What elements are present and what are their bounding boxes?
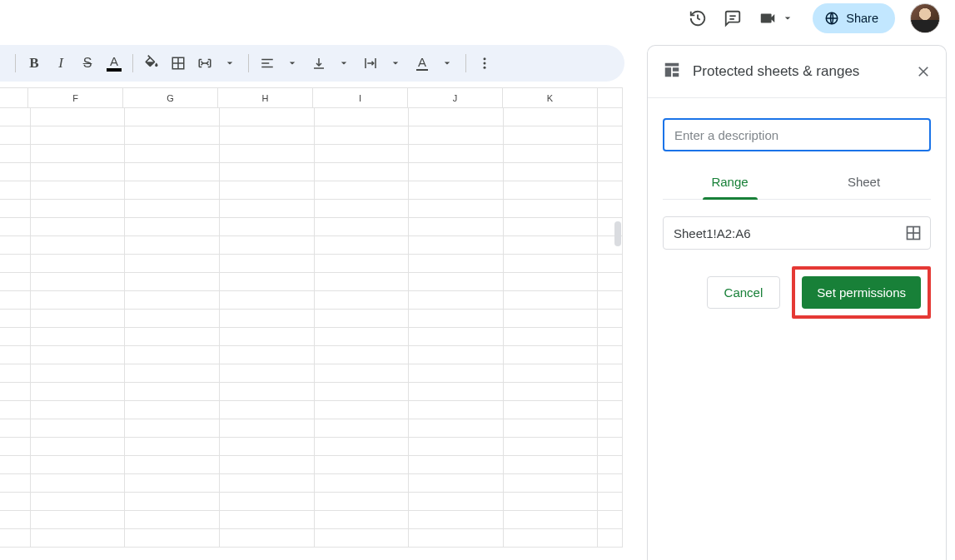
rotation-dropdown-icon[interactable] (435, 52, 459, 75)
cell[interactable] (598, 181, 623, 200)
cell[interactable] (31, 401, 126, 419)
cell[interactable] (315, 328, 410, 346)
cell[interactable] (315, 236, 410, 255)
row-header[interactable] (0, 236, 31, 255)
cell[interactable] (125, 126, 220, 145)
cell[interactable] (315, 401, 410, 419)
row-header[interactable] (0, 108, 31, 126)
spreadsheet-grid[interactable]: FGHIJK (0, 87, 623, 560)
row-header[interactable] (0, 529, 31, 548)
row-header[interactable] (0, 456, 31, 474)
cell[interactable] (31, 511, 126, 529)
column-header[interactable]: I (313, 88, 408, 107)
cell[interactable] (220, 218, 315, 236)
cell[interactable] (220, 273, 315, 291)
row-header[interactable] (0, 474, 31, 493)
cell[interactable] (315, 291, 410, 310)
cell[interactable] (31, 145, 126, 163)
cell[interactable] (598, 328, 623, 346)
horizontal-align-button[interactable] (256, 52, 279, 75)
cell[interactable] (125, 108, 220, 126)
cell[interactable] (220, 328, 315, 346)
cell[interactable] (315, 200, 410, 218)
meet-icon[interactable] (758, 8, 778, 28)
cell[interactable] (31, 364, 126, 383)
cell[interactable] (409, 346, 504, 364)
comment-icon[interactable] (723, 8, 743, 28)
cell[interactable] (504, 291, 599, 310)
cell[interactable] (598, 438, 623, 456)
cell[interactable] (125, 511, 220, 529)
cell[interactable] (598, 456, 623, 474)
cell[interactable] (504, 346, 599, 364)
cell[interactable] (125, 255, 220, 273)
cell[interactable] (31, 255, 126, 273)
row-header[interactable] (0, 401, 31, 419)
cell[interactable] (315, 255, 410, 273)
cell[interactable] (31, 108, 126, 126)
column-header[interactable]: H (218, 88, 313, 107)
cell[interactable] (598, 364, 623, 383)
cell[interactable] (315, 108, 410, 126)
row-header[interactable] (0, 383, 31, 401)
text-rotation-button[interactable]: A (410, 52, 434, 75)
cell[interactable] (125, 383, 220, 401)
row-header[interactable] (0, 126, 31, 145)
cell[interactable] (504, 236, 599, 255)
cell[interactable] (31, 273, 126, 291)
cancel-button[interactable]: Cancel (707, 276, 781, 309)
cell[interactable] (315, 346, 410, 364)
cell[interactable] (409, 163, 504, 181)
cell[interactable] (31, 291, 126, 310)
cell[interactable] (220, 346, 315, 364)
cell[interactable] (504, 364, 599, 383)
vertical-scrollbar-thumb[interactable] (614, 221, 621, 246)
cell[interactable] (504, 200, 599, 218)
cell[interactable] (125, 346, 220, 364)
cell[interactable] (409, 364, 504, 383)
cell[interactable] (125, 291, 220, 310)
cell[interactable] (220, 126, 315, 145)
cell[interactable] (125, 493, 220, 511)
vertical-align-button[interactable] (307, 52, 331, 75)
cell[interactable] (409, 145, 504, 163)
cell[interactable] (220, 383, 315, 401)
cell[interactable] (315, 474, 410, 493)
cell[interactable] (315, 126, 410, 145)
cell[interactable] (220, 291, 315, 310)
cell[interactable] (31, 474, 126, 493)
cell[interactable] (220, 200, 315, 218)
cell[interactable] (31, 218, 126, 236)
bold-button[interactable]: B (22, 52, 46, 75)
cell[interactable] (315, 493, 410, 511)
cell[interactable] (125, 145, 220, 163)
cell[interactable] (31, 200, 126, 218)
borders-button[interactable] (167, 52, 190, 75)
cell[interactable] (315, 273, 410, 291)
cell[interactable] (504, 273, 599, 291)
cell[interactable] (125, 163, 220, 181)
cell[interactable] (504, 310, 599, 328)
cell[interactable] (31, 126, 126, 145)
cell[interactable] (598, 255, 623, 273)
cell[interactable] (598, 346, 623, 364)
cell[interactable] (220, 145, 315, 163)
cell[interactable] (504, 108, 599, 126)
cell[interactable] (220, 364, 315, 383)
row-header[interactable] (0, 328, 31, 346)
cell[interactable] (598, 108, 623, 126)
cell[interactable] (504, 511, 599, 529)
cell[interactable] (598, 401, 623, 419)
cell[interactable] (409, 529, 504, 548)
cell[interactable] (220, 181, 315, 200)
cell[interactable] (598, 145, 623, 163)
cell[interactable] (31, 163, 126, 181)
row-header[interactable] (0, 310, 31, 328)
cell[interactable] (409, 181, 504, 200)
row-header[interactable] (0, 291, 31, 310)
cell[interactable] (598, 419, 623, 438)
wrap-dropdown-icon[interactable] (384, 52, 407, 75)
share-button[interactable]: Share (813, 3, 895, 33)
cell[interactable] (598, 474, 623, 493)
cell[interactable] (31, 346, 126, 364)
